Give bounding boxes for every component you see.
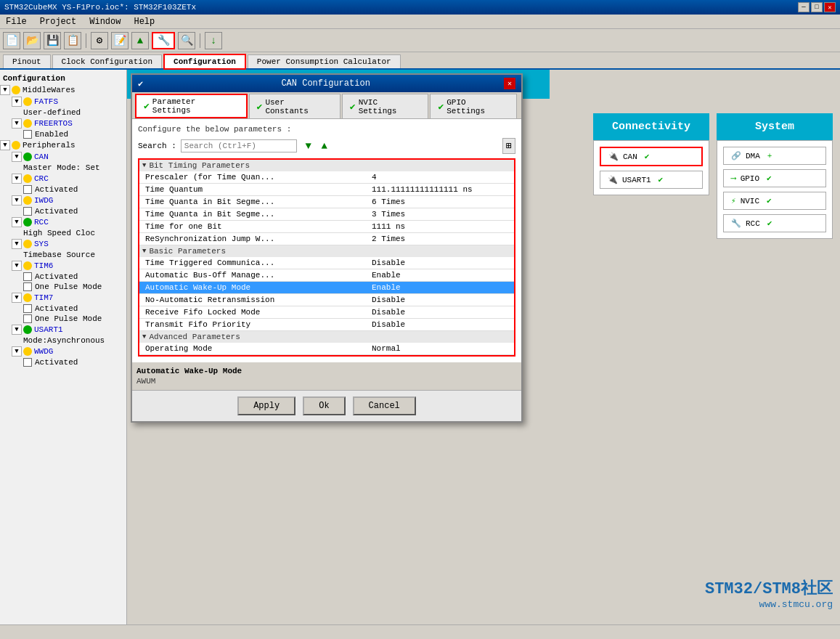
peripherals-label: Peripherals [23,141,76,150]
main-area: Configuration ▼ MiddleWares ▼ FATFS User… [0,70,840,624]
can-label[interactable]: CAN [34,152,49,161]
wwdg-label[interactable]: WWDG [34,347,53,356]
close-button[interactable]: ✕ [824,2,836,12]
param-auto-wakeup[interactable]: Automatic Wake-Up Mode Enable [139,282,514,294]
gpio-feature-label: GPIO [741,174,759,183]
expand-iwdg[interactable]: ▼ [12,195,22,205]
param-auto-busoff[interactable]: Automatic Bus-Off Manage... Enable [139,269,514,282]
bit-timing-header: ▼ Bit Timing Parameters [139,160,514,171]
tim7-activated-checkbox[interactable] [23,304,32,313]
tab-configuration[interactable]: Configuration [163,54,246,70]
rcc-label[interactable]: RCC [34,218,49,227]
search-up-button[interactable]: ▲ [317,139,332,153]
dtab-parameter-settings[interactable]: ✔ Parameter Settings [135,94,248,118]
sidebar-usart1: ▼ USART1 [12,324,126,335]
param-prescaler[interactable]: Prescaler (for Time Quan... 4 [139,171,514,184]
param-quanta-seg1[interactable]: Time Quanta in Bit Segme... 6 Times [139,196,514,208]
generate-button[interactable]: ⚙ [91,32,108,49]
param-time-quantum[interactable]: Time Quantum 111.11111111111111 ns [139,184,514,196]
apply-button[interactable]: Apply [237,396,295,415]
minimize-button[interactable]: ─ [798,2,810,12]
menu-help[interactable]: Help [131,17,158,27]
sidebar-wwdg-activated: Activated [23,357,126,367]
param-operating-mode[interactable]: Operating Mode Normal [139,343,514,355]
expand-sys[interactable]: ▼ [12,239,22,249]
param-time-one-bit[interactable]: Time for one Bit 1111 ns [139,221,514,233]
usart1-feature-button[interactable]: 🔌 USART1 ✔ [600,171,703,189]
tb-btn-6[interactable]: 🔧 [152,32,175,49]
tim6-pulse-checkbox[interactable] [23,282,32,291]
tim6-label[interactable]: TIM6 [34,261,53,270]
ok-button[interactable]: Ok [303,396,345,415]
param-resync[interactable]: ReSynchronization Jump W... 2 Times [139,233,514,245]
tb-btn-7[interactable]: 🔍 [178,32,195,49]
menu-project[interactable]: Project [37,17,79,27]
collapse-basic[interactable]: ▼ [142,248,146,255]
saveas-button[interactable]: 📋 [64,32,81,49]
rcc-feature-button[interactable]: 🔧 RCC ✔ [723,214,826,232]
param-no-auto-retrans[interactable]: No-Automatic Retransmission Disable [139,294,514,306]
tim7-label[interactable]: TIM7 [34,293,53,302]
iwdg-activated-checkbox[interactable] [23,207,32,216]
expand-wwdg[interactable]: ▼ [12,346,22,357]
collapse-bit-timing[interactable]: ▼ [142,162,146,169]
watermark-line2: www.stmcu.org [705,599,833,610]
expand-can[interactable]: ▼ [12,152,22,162]
cancel-button[interactable]: Cancel [353,396,416,415]
grid-view-button[interactable]: ⊞ [502,138,515,154]
dtab-user-constants[interactable]: ✔ User Constants [249,94,341,118]
param-transmit-fifo[interactable]: Transmit Fifo Priority Disable [139,319,514,331]
search-down-button[interactable]: ▼ [301,139,316,153]
sys-label[interactable]: SYS [34,240,49,248]
usart1-label[interactable]: USART1 [34,325,63,334]
param-receive-fifo[interactable]: Receive Fifo Locked Mode Disable [139,306,514,319]
wwdg-activated-checkbox[interactable] [23,358,32,367]
expand-rcc[interactable]: ▼ [12,217,22,227]
dialog-close-button[interactable]: ✕ [504,78,515,89]
tim6-activated-checkbox[interactable] [23,272,32,281]
can-feature-button[interactable]: 🔌 CAN ✔ [600,147,703,166]
iwdg-label[interactable]: IWDG [34,196,53,205]
open-button[interactable]: 📂 [23,32,41,49]
new-button[interactable]: 📄 [3,32,20,49]
tab-clock[interactable]: Clock Configuration [52,54,162,68]
search-input[interactable] [181,139,297,152]
menu-bar: File Project Window Help [0,15,840,29]
tab-power[interactable]: Power Consumption Calculator [248,54,401,68]
dma-feature-button[interactable]: 🔗 DMA + [723,147,826,165]
new-project-button[interactable]: 📝 [111,32,129,49]
dtab-nvic-label: NVIC Settings [359,98,421,115]
tim7-icon [23,293,32,302]
expand-tim7[interactable]: ▼ [12,293,22,303]
expand-peripherals[interactable]: ▼ [0,140,10,150]
gpio-feature-button[interactable]: ⟶ GPIO ✔ [723,169,826,187]
tim7-pulse-checkbox[interactable] [23,314,32,323]
usart1-check-icon: ✔ [658,175,664,184]
maximize-button[interactable]: □ [811,2,823,12]
arrow-down-button[interactable]: ↓ [205,32,222,49]
crc-label[interactable]: CRC [34,174,49,183]
tb-btn-5[interactable]: ▲ [131,32,149,49]
menu-window[interactable]: Window [86,17,123,27]
dtab-nvic-settings[interactable]: ✔ NVIC Settings [342,94,429,118]
expand-crc[interactable]: ▼ [12,174,22,184]
expand-middlewares[interactable]: ▼ [0,85,10,95]
freertos-enabled-checkbox[interactable] [23,130,32,139]
crc-activated-checkbox[interactable] [23,185,32,194]
param-quanta-seg2[interactable]: Time Quanta in Bit Segme... 3 Times [139,208,514,221]
dtab-gpio-settings[interactable]: ✔ GPIO Settings [430,94,517,118]
save-button[interactable]: 💾 [44,32,61,49]
expand-usart1[interactable]: ▼ [12,325,22,335]
time-one-bit-value: 1111 ns [369,221,514,232]
freertos-label[interactable]: FREERTOS [34,119,73,128]
fatfs-label[interactable]: FATFS [34,97,58,106]
expand-freertos[interactable]: ▼ [12,118,22,129]
menu-file[interactable]: File [3,17,30,27]
collapse-advanced[interactable]: ▼ [142,333,146,341]
tab-pinout[interactable]: Pinout [3,54,51,68]
expand-fatfs[interactable]: ▼ [12,97,22,107]
param-time-triggered[interactable]: Time Triggered Communica... Disable [139,257,514,269]
nvic-feature-button[interactable]: ⚡ NVIC ✔ [723,192,826,210]
expand-tim6[interactable]: ▼ [12,261,22,271]
dialog-icon: ✔ [138,78,143,89]
